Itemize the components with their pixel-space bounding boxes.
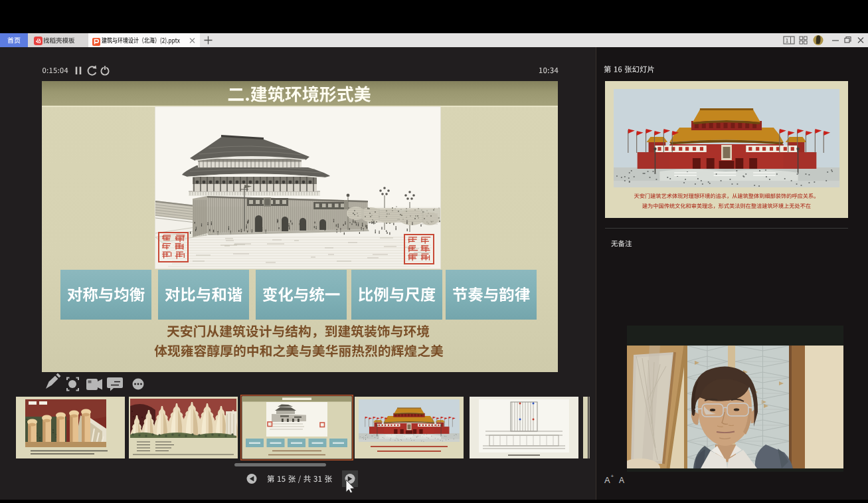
svg-text:+: +	[611, 473, 614, 479]
svg-text:A: A	[604, 475, 610, 485]
svg-text:A: A	[619, 476, 624, 485]
